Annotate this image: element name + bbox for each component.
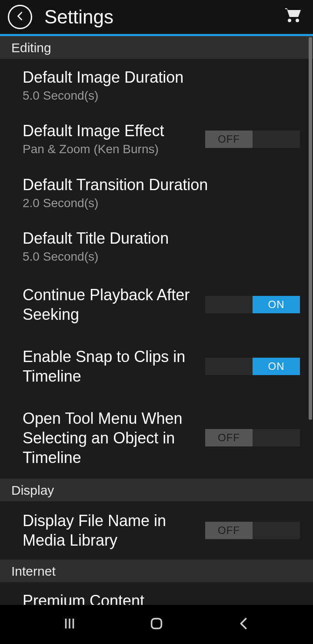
item-title: Continue Playback After Seeking xyxy=(23,285,196,324)
system-nav-bar xyxy=(0,605,313,644)
item-snap-to-clips[interactable]: Enable Snap to Clips in Timeline ON xyxy=(0,335,313,397)
system-back-button[interactable] xyxy=(235,616,252,633)
item-premium-content[interactable]: Premium Content Show video ads to unlock… xyxy=(0,582,313,605)
item-title: Default Title Duration xyxy=(23,228,291,248)
section-header-internet: Internet xyxy=(0,560,313,582)
item-file-name-in-library[interactable]: Display File Name in Media Library OFF xyxy=(0,501,313,560)
toggle-knob: ON xyxy=(253,358,300,375)
item-default-title-duration[interactable]: Default Title Duration 5.0 Second(s) xyxy=(0,220,313,273)
scrollbar-thumb[interactable] xyxy=(309,37,312,420)
item-title: Default Transition Duration xyxy=(23,175,291,195)
item-default-image-duration[interactable]: Default Image Duration 5.0 Second(s) xyxy=(0,59,313,112)
recent-apps-button[interactable] xyxy=(61,616,78,633)
toggle-default-image-effect[interactable]: OFF xyxy=(205,131,300,148)
item-title: Enable Snap to Clips in Timeline xyxy=(23,347,196,386)
toggle-snap-to-clips[interactable]: ON xyxy=(205,358,300,375)
settings-list[interactable]: Editing Default Image Duration 5.0 Secon… xyxy=(0,36,313,605)
cart-icon xyxy=(283,6,303,28)
item-title: Default Image Duration xyxy=(23,67,291,87)
item-title: Display File Name in Media Library xyxy=(23,511,196,550)
chevron-left-icon xyxy=(236,616,251,633)
item-open-tool-menu[interactable]: Open Tool Menu When Selecting an Object … xyxy=(0,397,313,479)
toggle-knob: OFF xyxy=(205,429,253,446)
toggle-open-tool-menu[interactable]: OFF xyxy=(205,429,300,446)
home-icon xyxy=(149,616,164,633)
back-button[interactable] xyxy=(8,5,32,29)
item-sub: 2.0 Second(s) xyxy=(23,195,291,211)
page-title: Settings xyxy=(44,6,281,28)
item-sub: Pan & Zoom (Ken Burns) xyxy=(23,141,196,157)
item-title: Open Tool Menu When Selecting an Object … xyxy=(23,409,196,467)
toggle-continue-playback[interactable]: ON xyxy=(205,296,300,313)
app-header: Settings xyxy=(0,0,313,34)
cart-button[interactable] xyxy=(281,5,305,29)
chevron-left-icon xyxy=(15,10,25,24)
toggle-knob: ON xyxy=(253,296,300,313)
item-continue-playback[interactable]: Continue Playback After Seeking ON xyxy=(0,274,313,335)
item-title: Premium Content xyxy=(23,591,196,605)
section-header-display: Display xyxy=(0,479,313,501)
item-default-image-effect[interactable]: Default Image Effect Pan & Zoom (Ken Bur… xyxy=(0,112,313,166)
item-sub: 5.0 Second(s) xyxy=(23,249,291,265)
item-default-transition-duration[interactable]: Default Transition Duration 2.0 Second(s… xyxy=(0,166,313,220)
recent-apps-icon xyxy=(62,616,77,633)
toggle-knob: OFF xyxy=(205,522,253,539)
item-title: Default Image Effect xyxy=(23,121,196,141)
section-header-editing: Editing xyxy=(0,36,313,59)
svg-rect-3 xyxy=(152,619,162,629)
home-button[interactable] xyxy=(148,616,165,633)
toggle-knob: OFF xyxy=(205,131,253,148)
item-sub: 5.0 Second(s) xyxy=(23,88,291,104)
settings-screen: Settings Editing Default Image Duration … xyxy=(0,0,313,644)
toggle-file-name-in-library[interactable]: OFF xyxy=(205,522,300,539)
